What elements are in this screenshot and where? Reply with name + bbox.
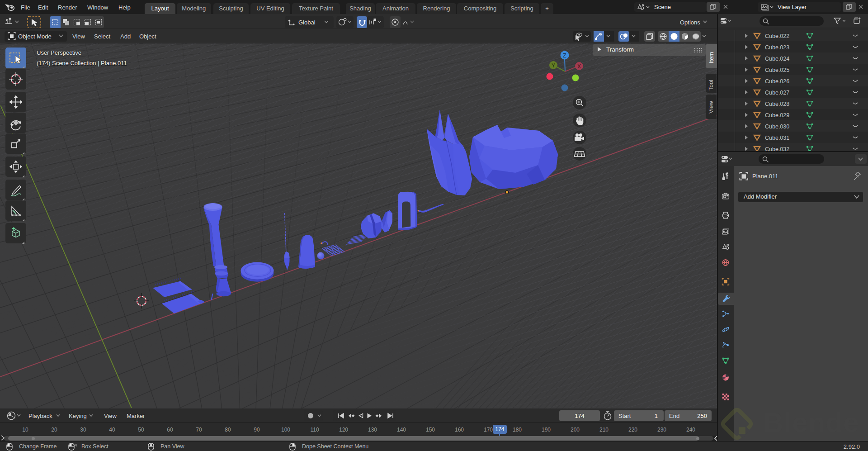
svg-text:250: 250 [697, 413, 707, 419]
svg-text:Add: Add [120, 33, 131, 40]
svg-text:Marker: Marker [127, 413, 145, 419]
svg-text:View: View [104, 413, 117, 419]
svg-text:Select: Select [94, 33, 111, 40]
svg-text:X: X [577, 63, 581, 70]
svg-text:Start: Start [618, 413, 631, 419]
svg-text:Cube.032: Cube.032 [765, 146, 789, 152]
svg-text:View Layer: View Layer [778, 4, 807, 10]
svg-text:174: 174 [575, 413, 585, 419]
svg-text:Playback: Playback [28, 413, 52, 419]
svg-text:1: 1 [655, 413, 658, 419]
svg-text:End: End [669, 413, 679, 419]
svg-text:Cube.028: Cube.028 [765, 101, 789, 107]
svg-text:Cube.031: Cube.031 [765, 135, 789, 141]
svg-text:Keying: Keying [69, 413, 87, 419]
svg-text:Z: Z [563, 52, 566, 59]
svg-text:Cube.030: Cube.030 [765, 123, 789, 130]
svg-text:Object Mode: Object Mode [18, 33, 52, 40]
svg-text:Scene: Scene [654, 4, 671, 10]
svg-text:View: View [72, 33, 85, 40]
svg-text:Cube.025: Cube.025 [765, 67, 789, 73]
svg-text:Cube.027: Cube.027 [765, 90, 789, 96]
svg-text:Cube.026: Cube.026 [765, 78, 789, 85]
svg-text:Object: Object [139, 33, 156, 40]
svg-text:Cube.024: Cube.024 [765, 56, 789, 62]
svg-text:Cube.022: Cube.022 [765, 33, 789, 39]
svg-text:Global: Global [298, 19, 316, 26]
svg-text:Cube.029: Cube.029 [765, 112, 789, 119]
svg-text:Y: Y [552, 62, 555, 69]
svg-text:Cube.023: Cube.023 [765, 44, 789, 51]
svg-text:Options: Options [680, 19, 700, 26]
svg-text:Blende: Blende [763, 407, 859, 438]
